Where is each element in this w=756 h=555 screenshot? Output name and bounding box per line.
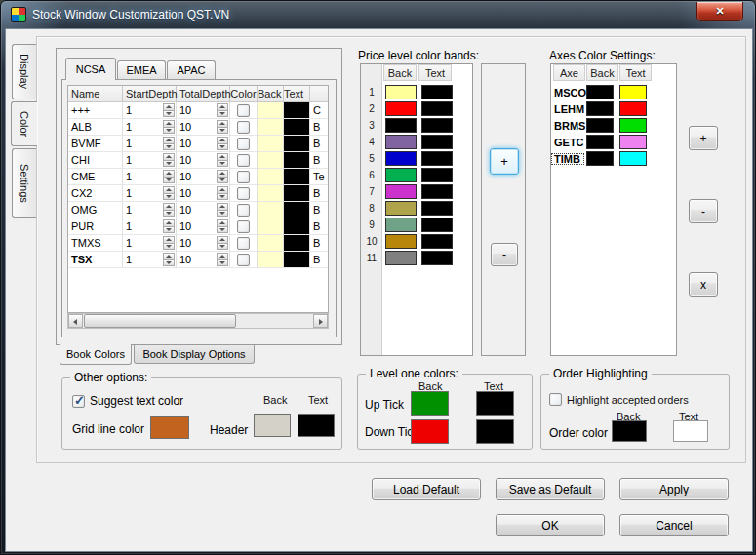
axes-row[interactable]: TIMB	[551, 150, 676, 167]
add-band-button[interactable]: +	[490, 148, 519, 175]
band-row[interactable]: 6	[361, 167, 472, 183]
grid-line-color-swatch[interactable]	[150, 416, 189, 439]
axes-row[interactable]: LEHM	[551, 100, 676, 117]
spin-down-icon[interactable]	[217, 178, 228, 184]
spin-up-icon[interactable]	[163, 137, 175, 144]
color-checkbox[interactable]	[237, 138, 250, 150]
tab-settings[interactable]: Settings	[12, 148, 36, 218]
spin-down-icon[interactable]	[163, 161, 175, 168]
spin-down-icon[interactable]	[217, 244, 228, 251]
band-back-swatch[interactable]	[385, 101, 417, 116]
text-color-swatch[interactable]	[284, 102, 310, 119]
spin-down-icon[interactable]	[217, 227, 228, 234]
start-depth-cell[interactable]: 1	[123, 218, 177, 235]
back-color-swatch[interactable]	[258, 152, 284, 169]
table-row[interactable]: TMXS 1 10 B	[68, 235, 328, 252]
band-text-swatch[interactable]	[421, 101, 453, 116]
spin-down-icon[interactable]	[163, 194, 175, 201]
add-axe-button[interactable]: +	[689, 126, 718, 150]
band-row[interactable]: 5	[361, 150, 472, 167]
axe-back-swatch[interactable]	[586, 101, 614, 116]
up-tick-text-swatch[interactable]	[476, 391, 514, 416]
color-checkbox[interactable]	[237, 171, 250, 183]
axe-text-swatch[interactable]	[619, 151, 647, 166]
back-color-swatch[interactable]	[258, 169, 284, 185]
spin-down-icon[interactable]	[217, 260, 228, 267]
band-row[interactable]: 7	[361, 183, 472, 200]
tab-book-display-options[interactable]: Book Display Options	[134, 345, 255, 364]
tab-book-colors[interactable]: Book Colors	[60, 344, 132, 365]
axes-row[interactable]: MSCO	[551, 84, 676, 100]
spin-down-icon[interactable]	[163, 128, 175, 135]
order-back-swatch[interactable]	[612, 420, 647, 442]
total-depth-spinner[interactable]	[217, 153, 228, 167]
axe-text-swatch[interactable]	[619, 85, 647, 99]
total-depth-spinner[interactable]	[217, 170, 228, 183]
start-depth-cell[interactable]: 1	[123, 119, 177, 136]
text-color-swatch[interactable]	[284, 218, 310, 235]
header-text-swatch[interactable]	[298, 414, 335, 437]
total-depth-cell[interactable]: 10	[177, 235, 230, 252]
table-row[interactable]: CX2 1 10 B	[68, 185, 328, 202]
start-depth-spinner[interactable]	[163, 103, 175, 117]
scroll-left-icon[interactable]	[68, 314, 83, 328]
total-depth-spinner[interactable]	[217, 219, 228, 233]
axe-text-swatch[interactable]	[619, 101, 647, 116]
apply-button[interactable]: Apply	[619, 478, 729, 500]
spin-down-icon[interactable]	[163, 227, 175, 234]
start-depth-spinner[interactable]	[163, 219, 175, 233]
band-text-swatch[interactable]	[421, 184, 453, 199]
back-color-swatch[interactable]	[258, 218, 284, 235]
band-text-swatch[interactable]	[421, 218, 453, 232]
text-color-swatch[interactable]	[284, 235, 310, 252]
start-depth-cell[interactable]: 1	[123, 252, 177, 268]
total-depth-cell[interactable]: 10	[177, 119, 230, 136]
axe-text-swatch[interactable]	[619, 118, 647, 133]
highlight-accepted-orders-checkbox[interactable]	[549, 393, 562, 406]
table-row[interactable]: CHI 1 10 B	[68, 152, 328, 169]
spin-up-icon[interactable]	[217, 219, 228, 227]
spin-up-icon[interactable]	[217, 103, 228, 111]
axe-name[interactable]: GETC	[551, 137, 584, 148]
total-depth-cell[interactable]: 10	[177, 218, 230, 235]
band-back-swatch[interactable]	[385, 151, 417, 166]
axe-back-swatch[interactable]	[586, 85, 614, 99]
spin-up-icon[interactable]	[217, 153, 228, 161]
close-button[interactable]: ✕	[696, 2, 743, 21]
start-depth-spinner[interactable]	[163, 120, 175, 134]
spin-down-icon[interactable]	[217, 194, 228, 201]
text-color-swatch[interactable]	[284, 185, 310, 202]
spin-down-icon[interactable]	[217, 128, 228, 135]
table-row[interactable]: OMG 1 10 B	[68, 202, 328, 218]
spin-down-icon[interactable]	[217, 161, 228, 168]
band-text-swatch[interactable]	[421, 151, 453, 166]
total-depth-cell[interactable]: 10	[177, 185, 230, 202]
tab-color[interactable]: Color	[11, 101, 37, 146]
total-depth-cell[interactable]: 10	[177, 169, 230, 185]
order-text-swatch[interactable]	[673, 420, 708, 442]
spin-down-icon[interactable]	[163, 244, 175, 251]
tab-ncsa[interactable]: NCSA	[65, 58, 116, 80]
band-text-swatch[interactable]	[421, 201, 453, 216]
spin-down-icon[interactable]	[163, 144, 175, 151]
color-checkbox[interactable]	[237, 220, 250, 233]
title-bar[interactable]: Stock Window Customization QST.VN ✕	[1, 1, 755, 28]
table-row[interactable]: PUR 1 10 B	[68, 218, 328, 235]
start-depth-spinner[interactable]	[163, 170, 175, 183]
color-checkbox[interactable]	[237, 121, 250, 134]
table-row[interactable]: +++ 1 10 C	[68, 102, 328, 119]
band-text-swatch[interactable]	[421, 85, 453, 99]
band-row[interactable]: 2	[361, 100, 472, 117]
spin-up-icon[interactable]	[163, 219, 175, 227]
tab-display[interactable]: Display	[12, 44, 36, 99]
axe-name[interactable]: BRMS	[551, 120, 584, 132]
back-color-swatch[interactable]	[258, 235, 284, 252]
start-depth-spinner[interactable]	[163, 186, 175, 200]
total-depth-spinner[interactable]	[217, 203, 228, 217]
start-depth-cell[interactable]: 1	[123, 202, 177, 218]
spin-up-icon[interactable]	[217, 236, 228, 244]
start-depth-cell[interactable]: 1	[123, 169, 177, 185]
axes-row[interactable]: BRMS	[551, 117, 676, 134]
spin-down-icon[interactable]	[217, 211, 228, 218]
color-checkbox[interactable]	[237, 204, 250, 217]
